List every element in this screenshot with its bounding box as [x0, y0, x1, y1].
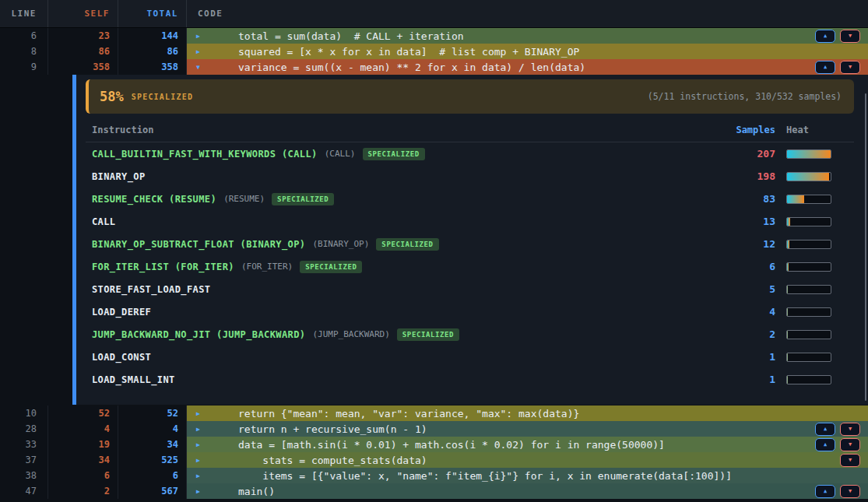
jump-up-button[interactable]: ▲: [815, 423, 835, 436]
expander-icon[interactable]: ▼: [196, 64, 204, 71]
instruction-list: CALL_BUILTIN_FAST_WITH_KEYWORDS (CALL)(C…: [86, 142, 854, 391]
expander-icon[interactable]: ▶: [196, 457, 204, 464]
total-samples: 34: [118, 437, 187, 452]
code-rows-top: 623144▶total = sum(data) # CALL + iterat…: [0, 28, 868, 75]
code-column-header: CODE: [187, 0, 868, 27]
expander-icon[interactable]: ▶: [196, 48, 204, 55]
line-number: 47: [0, 483, 48, 499]
heat-bar-fill: [787, 240, 789, 248]
code-cell: ▶total = sum(data) # CALL + iteration▲▼: [187, 28, 868, 44]
row-nav-buttons: ▲▼: [815, 485, 860, 498]
heat-bar: [786, 240, 831, 249]
line-column-header: LINE: [0, 0, 48, 27]
instruction-name-group: FOR_ITER_LIST (FOR_ITER)(FOR_ITER)SPECIA…: [92, 261, 721, 273]
instruction-samples: 1: [721, 374, 775, 385]
code-text: data = [math.sin(i * 0.01) + math.cos(i …: [238, 439, 665, 451]
self-samples: 52: [48, 405, 118, 421]
instruction-name-group: STORE_FAST_LOAD_FAST: [92, 284, 721, 295]
column-header-row: LINE SELF TOTAL CODE: [0, 0, 868, 28]
instruction-name: RESUME_CHECK (RESUME): [92, 194, 216, 205]
instruction-table-header: Instruction Samples Heat: [86, 124, 854, 136]
jump-up-button[interactable]: ▲: [815, 61, 835, 74]
code-line-row: 3866▶ items = [{"value": x, "name": f"it…: [0, 468, 868, 483]
instruction-row: RESUME_CHECK (RESUME)(RESUME)SPECIALIZED…: [86, 188, 854, 210]
heat-bar: [786, 195, 831, 204]
code-cell: ▶main()▲▼: [187, 483, 868, 499]
self-column-header: SELF: [48, 0, 118, 27]
specialization-detail-panel: 58% SPECIALIZED (5/11 instructions, 310/…: [72, 75, 868, 405]
expander-icon[interactable]: ▶: [196, 410, 204, 417]
row-nav-buttons: ▲▼: [815, 423, 860, 436]
samples-column-header[interactable]: Samples: [721, 125, 775, 135]
instruction-name-group: CALL_BUILTIN_FAST_WITH_KEYWORDS (CALL)(C…: [92, 148, 721, 160]
specialized-badge: SPECIALIZED: [363, 148, 425, 160]
heat-bar: [786, 375, 831, 384]
code-text: total = sum(data) # CALL + iteration: [238, 30, 464, 42]
jump-down-button[interactable]: ▼: [840, 61, 860, 74]
jump-down-button[interactable]: ▼: [840, 454, 860, 467]
heat-bar: [786, 307, 831, 317]
code-cell: ▶ items = [{"value": x, "name": f"item_{…: [187, 468, 868, 483]
instruction-name-group: RESUME_CHECK (RESUME)(RESUME)SPECIALIZED: [92, 193, 721, 205]
total-samples: 4: [118, 421, 187, 437]
heat-bar-fill: [787, 286, 788, 293]
jump-down-button[interactable]: ▼: [840, 438, 860, 451]
self-samples: 23: [48, 28, 118, 44]
expander-icon[interactable]: ▶: [196, 488, 204, 495]
code-cell: ▼variance = sum((x - mean) ** 2 for x in…: [187, 59, 868, 75]
line-number: 9: [0, 59, 48, 75]
instruction-name-group: LOAD_CONST: [92, 352, 721, 363]
instruction-name: FOR_ITER_LIST (FOR_ITER): [92, 262, 234, 272]
instruction-row: LOAD_SMALL_INT1: [86, 368, 854, 391]
jump-up-button[interactable]: ▲: [815, 485, 835, 498]
specialized-badge: SPECIALIZED: [300, 261, 362, 273]
expander-icon[interactable]: ▶: [196, 472, 204, 479]
total-samples: 358: [118, 59, 187, 75]
heat-bar-fill: [787, 308, 788, 316]
jump-up-button[interactable]: ▲: [815, 438, 835, 451]
instruction-base-opcode: (FOR_ITER): [241, 262, 293, 272]
code-text: squared = [x * x for x in data] # list c…: [238, 46, 579, 58]
instruction-row: JUMP_BACKWARD_NO_JIT (JUMP_BACKWARD)(JUM…: [86, 323, 854, 346]
self-samples: 358: [48, 59, 118, 75]
code-line-row: 88686▶squared = [x * x for x in data] # …: [0, 44, 868, 59]
heat-column-header: Heat: [786, 125, 831, 135]
self-samples: 4: [48, 421, 118, 437]
profiler-app: LINE SELF TOTAL CODE 623144▶total = sum(…: [0, 0, 868, 502]
expander-icon[interactable]: ▶: [196, 441, 204, 448]
self-samples: 86: [48, 44, 118, 59]
instruction-name: JUMP_BACKWARD_NO_JIT (JUMP_BACKWARD): [92, 329, 306, 340]
instruction-name: LOAD_SMALL_INT: [92, 374, 175, 385]
total-column-header: TOTAL: [118, 0, 187, 27]
heat-bar-fill: [787, 331, 788, 339]
specialization-banner: 58% SPECIALIZED (5/11 instructions, 310/…: [86, 79, 854, 114]
heat-bar: [786, 172, 831, 181]
scrollbar[interactable]: [865, 93, 866, 401]
heat-bar-fill: [787, 353, 788, 361]
instruction-base-opcode: (CALL): [325, 149, 356, 159]
line-number: 33: [0, 437, 48, 452]
row-nav-buttons: ▼: [840, 454, 860, 467]
jump-down-button[interactable]: ▼: [840, 423, 860, 436]
row-nav-buttons: ▲▼: [815, 61, 860, 74]
jump-down-button[interactable]: ▼: [840, 30, 860, 43]
code-text: return {"mean": mean, "var": variance, "…: [238, 408, 579, 420]
expander-icon[interactable]: ▶: [196, 33, 204, 40]
jump-up-button[interactable]: ▲: [815, 30, 835, 43]
code-text: return n + recursive_sum(n - 1): [238, 423, 427, 435]
instruction-name: LOAD_CONST: [92, 352, 151, 363]
jump-down-button[interactable]: ▼: [840, 485, 860, 498]
row-nav-buttons: ▲▼: [815, 30, 860, 43]
instruction-samples: 1: [721, 351, 775, 363]
line-number: 6: [0, 28, 48, 44]
line-number: 10: [0, 405, 48, 421]
heat-bar: [786, 217, 831, 226]
instruction-samples: 83: [721, 193, 775, 205]
heat-bar: [786, 285, 831, 294]
heat-bar-fill: [787, 376, 788, 384]
instruction-name-group: BINARY_OP_SUBTRACT_FLOAT (BINARY_OP)(BIN…: [92, 238, 721, 251]
expander-icon[interactable]: ▶: [196, 426, 204, 433]
instruction-name-group: BINARY_OP: [92, 171, 721, 182]
instruction-row: BINARY_OP198: [86, 165, 854, 188]
code-text: items = [{"value": x, "name": f"item_{i}…: [238, 470, 732, 482]
